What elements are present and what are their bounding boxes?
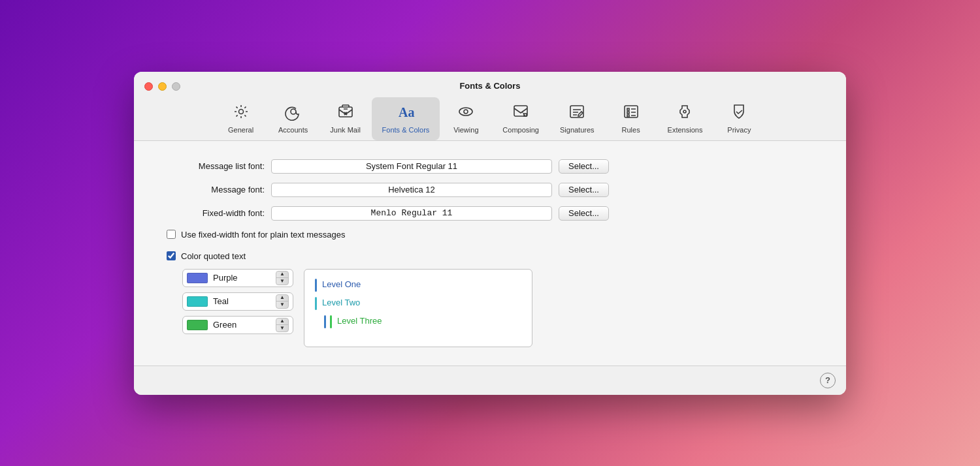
- tab-viewing[interactable]: Viewing: [440, 97, 492, 140]
- color-list: Purple ▲ ▼ Teal ▲ ▼: [182, 269, 293, 347]
- level-three-outer-bar: [324, 315, 326, 328]
- green-stepper[interactable]: ▲ ▼: [276, 318, 289, 332]
- tab-extensions[interactable]: Extensions: [657, 97, 713, 140]
- message-list-font-row: Message list font: System Font Regular 1…: [160, 159, 820, 174]
- tab-accounts[interactable]: Accounts: [267, 97, 319, 140]
- fixed-width-font-field: Menlo Regular 11: [271, 206, 552, 221]
- maximize-button[interactable]: [172, 82, 180, 91]
- tab-viewing-label: Viewing: [453, 126, 478, 134]
- extensions-icon: [676, 102, 694, 123]
- green-stepper-down[interactable]: ▼: [276, 325, 288, 332]
- teal-stepper-up[interactable]: ▲: [276, 295, 288, 302]
- message-list-font-select-button[interactable]: Select...: [559, 159, 609, 174]
- color-row-teal: Teal ▲ ▼: [182, 292, 293, 311]
- green-label: Green: [213, 320, 273, 330]
- viewing-icon: [457, 102, 475, 123]
- tab-signatures[interactable]: Signatures: [549, 97, 605, 140]
- tab-composing[interactable]: Composing: [492, 97, 549, 140]
- color-section: Color quoted text Purple ▲ ▼: [160, 251, 820, 347]
- tab-accounts-label: Accounts: [278, 126, 308, 134]
- tab-privacy-label: Privacy: [727, 126, 751, 134]
- level-two-text: Level Two: [322, 297, 360, 307]
- purple-swatch[interactable]: [187, 273, 208, 283]
- preview-box: Level One Level Two Level Three: [304, 269, 532, 347]
- purple-label: Purple: [213, 273, 273, 283]
- green-stepper-up[interactable]: ▲: [276, 318, 288, 325]
- level-two-row: Level Two: [315, 297, 521, 310]
- level-two-bar: [315, 297, 317, 310]
- svg-point-11: [464, 110, 468, 114]
- tab-fonts-colors-label: Fonts & Colors: [382, 126, 430, 134]
- tab-fonts-colors[interactable]: Aa Fonts & Colors: [372, 97, 440, 140]
- help-button[interactable]: ?: [820, 373, 836, 388]
- fonts-icon: Aa: [397, 102, 415, 123]
- svg-text:Aa: Aa: [399, 105, 414, 119]
- fixed-width-checkbox-label[interactable]: Use fixed-width font for plain text mess…: [181, 230, 345, 240]
- tab-composing-label: Composing: [502, 126, 539, 134]
- close-button[interactable]: [144, 82, 153, 91]
- tab-general-label: General: [228, 126, 253, 134]
- svg-rect-12: [514, 106, 527, 116]
- fixed-width-font-row: Fixed-width font: Menlo Regular 11 Selec…: [160, 206, 820, 221]
- window-title: Fonts & Colors: [459, 81, 520, 91]
- signatures-icon: [568, 102, 586, 123]
- fixed-width-checkbox[interactable]: [167, 230, 176, 239]
- gear-icon: [232, 102, 250, 123]
- traffic-lights: [144, 82, 180, 91]
- junk-icon: [336, 102, 355, 123]
- svg-point-15: [683, 110, 686, 113]
- svg-point-0: [238, 109, 243, 114]
- composing-icon: [512, 102, 530, 123]
- at-icon: [284, 102, 302, 123]
- green-swatch[interactable]: [187, 320, 208, 330]
- svg-point-1: [291, 109, 296, 114]
- message-font-row: Message font: Helvetica 12 Select...: [160, 183, 820, 197]
- teal-stepper-down[interactable]: ▼: [276, 302, 288, 308]
- level-three-row: Level Three: [315, 315, 521, 328]
- tab-general[interactable]: General: [215, 97, 267, 140]
- level-three-bar: [330, 315, 332, 328]
- toolbar: General Accounts: [144, 97, 836, 140]
- rules-icon: [622, 102, 640, 123]
- level-one-row: Level One: [315, 279, 521, 292]
- colors-container: Purple ▲ ▼ Teal ▲ ▼: [167, 269, 820, 347]
- fixed-width-checkbox-row: Use fixed-width font for plain text mess…: [160, 230, 820, 240]
- teal-stepper[interactable]: ▲ ▼: [276, 294, 289, 309]
- color-quoted-checkbox[interactable]: [167, 251, 176, 260]
- color-row-purple: Purple ▲ ▼: [182, 269, 293, 287]
- main-window: Fonts & Colors General: [134, 72, 846, 395]
- level-three-text: Level Three: [337, 315, 382, 326]
- message-font-field: Helvetica 12: [271, 183, 552, 197]
- minimize-button[interactable]: [158, 82, 167, 91]
- tab-rules-label: Rules: [622, 126, 640, 134]
- color-row-green: Green ▲ ▼: [182, 316, 293, 334]
- fixed-width-font-label: Fixed-width font:: [160, 208, 265, 218]
- color-quoted-label[interactable]: Color quoted text: [181, 251, 246, 261]
- privacy-icon: [730, 102, 748, 123]
- purple-stepper[interactable]: ▲ ▼: [276, 271, 289, 285]
- content-area: Message list font: System Font Regular 1…: [134, 141, 846, 365]
- tab-rules[interactable]: Rules: [605, 97, 657, 140]
- bottom-bar: ?: [134, 366, 846, 395]
- message-font-select-button[interactable]: Select...: [559, 183, 609, 197]
- tab-privacy[interactable]: Privacy: [713, 97, 765, 140]
- message-font-label: Message font:: [160, 185, 265, 194]
- teal-swatch[interactable]: [187, 296, 208, 307]
- color-quoted-row: Color quoted text: [167, 251, 820, 261]
- message-list-font-label: Message list font:: [160, 161, 265, 171]
- tab-extensions-label: Extensions: [668, 126, 703, 134]
- purple-stepper-up[interactable]: ▲: [276, 272, 288, 278]
- tab-signatures-label: Signatures: [560, 126, 595, 134]
- level-one-bar: [315, 279, 317, 292]
- svg-point-10: [459, 108, 472, 116]
- fixed-width-font-select-button[interactable]: Select...: [559, 206, 609, 221]
- level-one-text: Level One: [322, 279, 361, 289]
- message-list-font-field: System Font Regular 11: [271, 159, 552, 174]
- titlebar: Fonts & Colors General: [134, 72, 846, 140]
- teal-label: Teal: [213, 296, 273, 306]
- tab-junk-mail[interactable]: Junk Mail: [319, 97, 372, 140]
- purple-stepper-down[interactable]: ▼: [276, 278, 288, 285]
- tab-junk-mail-label: Junk Mail: [330, 126, 360, 134]
